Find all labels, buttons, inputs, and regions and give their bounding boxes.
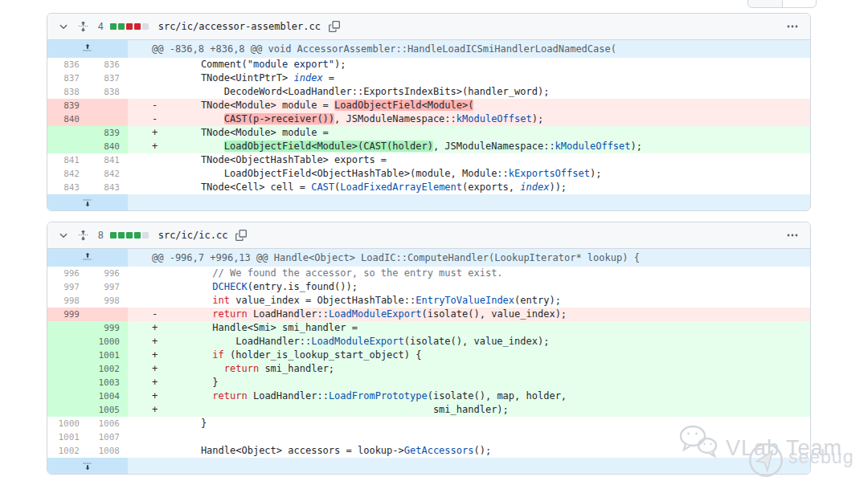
old-line-number[interactable]: 842 (47, 167, 88, 181)
view-toggle-partial[interactable] (747, 0, 817, 8)
new-line-number[interactable]: 838 (88, 85, 128, 99)
new-line-number[interactable] (88, 99, 128, 112)
code-token: (holder_is_lookup_start_object) { (224, 349, 422, 361)
code-text: return LoadHandler::LoadFromPrototype(is… (178, 390, 567, 402)
line-marker: + (128, 126, 178, 140)
diff-line-add: 1001+ if (holder_is_lookup_start_object)… (47, 349, 810, 362)
code-line: + } (128, 376, 810, 389)
new-line-number[interactable]: 841 (88, 153, 128, 167)
new-line-number[interactable]: 842 (88, 167, 128, 181)
old-line-number[interactable]: 841 (47, 153, 88, 167)
new-line-number[interactable] (88, 308, 128, 321)
old-line-number[interactable]: 836 (47, 58, 88, 71)
new-line-number[interactable]: 998 (88, 294, 128, 308)
old-line-number[interactable]: 843 (47, 181, 88, 194)
new-line-number[interactable]: 1006 (88, 417, 128, 430)
code-token: (isolate(), value_index); (404, 336, 550, 347)
old-line-number[interactable] (47, 362, 88, 376)
expand-all-hunks-button[interactable] (76, 228, 90, 243)
collapse-file-button[interactable] (57, 20, 70, 33)
code-token: LoadHandler:: (248, 308, 329, 320)
copy-path-button[interactable] (234, 228, 248, 243)
chevron-down-icon (59, 230, 68, 240)
diff-line-ctx: 997997 DCHECK(entry.is_found()); (47, 280, 810, 294)
line-marker (128, 85, 178, 99)
file-options-button[interactable] (784, 227, 800, 243)
new-line-number[interactable]: 840 (88, 140, 128, 153)
diffstat-square-add (110, 232, 117, 238)
new-line-number[interactable]: 837 (88, 71, 128, 85)
new-line-number[interactable]: 1003 (88, 376, 128, 389)
diffstat-square-add (126, 232, 133, 238)
old-line-number[interactable] (47, 126, 88, 140)
old-line-number[interactable] (47, 403, 88, 417)
old-line-number[interactable] (47, 140, 88, 153)
old-line-number[interactable]: 998 (47, 294, 88, 308)
new-line-number[interactable] (88, 112, 128, 126)
line-marker: - (128, 112, 178, 126)
old-line-number[interactable] (47, 321, 88, 335)
new-line-number[interactable]: 997 (88, 280, 128, 294)
copy-path-button[interactable] (327, 19, 342, 34)
old-line-number[interactable]: 837 (47, 71, 88, 85)
old-line-number[interactable]: 1000 (47, 417, 88, 430)
code-token (178, 281, 212, 292)
code-token: TNode<Module> module = (178, 127, 329, 138)
view-toggle-segment-left[interactable] (748, 0, 782, 7)
old-line-number[interactable]: 1001 (47, 430, 88, 444)
new-line-number[interactable]: 1005 (88, 403, 128, 417)
code-line: + LoadHandler::LoadModuleExport(isolate(… (128, 335, 810, 349)
new-line-number[interactable]: 1004 (88, 389, 128, 403)
collapse-file-button[interactable] (57, 229, 70, 242)
new-line-number[interactable]: 996 (88, 267, 128, 280)
new-line-number[interactable]: 999 (88, 321, 128, 335)
expand-hunk-down-button[interactable] (47, 194, 128, 210)
old-line-number[interactable] (47, 349, 88, 362)
old-line-number[interactable] (47, 376, 88, 389)
old-line-number[interactable]: 1002 (47, 444, 88, 458)
new-line-number[interactable]: 1007 (88, 430, 128, 444)
code-token: kModuleOffset (555, 141, 631, 152)
expander-filler (128, 458, 810, 474)
old-line-number[interactable] (47, 389, 88, 403)
old-line-number[interactable]: 996 (47, 267, 88, 280)
new-line-number[interactable]: 1000 (88, 335, 128, 349)
diff-line-del: 840- CAST(p->receiver()), JSModuleNamesp… (47, 112, 810, 126)
new-line-number[interactable]: 836 (88, 58, 128, 71)
code-token: Handle<Smi> smi_handler = (178, 322, 358, 333)
old-line-number[interactable]: 839 (47, 99, 88, 112)
line-marker: + (128, 389, 178, 403)
old-line-number[interactable]: 997 (47, 280, 88, 294)
code-text: LoadObjectField<ObjectHashTable>(module,… (178, 168, 601, 179)
diff-line-del: 999- return LoadHandler::LoadModuleExpor… (47, 308, 810, 321)
code-token: = (323, 72, 334, 84)
expand-hunk-up-button[interactable] (47, 249, 128, 267)
expand-all-hunks-button[interactable] (76, 19, 90, 34)
file-path-link[interactable]: src/ic/accessor-assembler.cc (158, 21, 321, 32)
expand-hunk-down-button[interactable] (47, 458, 128, 474)
file-options-button[interactable] (784, 18, 800, 35)
code-token: LoadModuleExport (329, 308, 422, 320)
old-line-number[interactable]: 999 (47, 308, 88, 321)
diffstat-square-add (110, 23, 117, 30)
new-line-number[interactable]: 1008 (88, 444, 128, 458)
code-token: TNode<UintPtrT> (178, 72, 294, 84)
file-header: 4 src/ic/accessor-assembler.cc (47, 14, 810, 40)
code-token: LoadHandler:: (248, 390, 329, 402)
old-line-number[interactable] (47, 335, 88, 349)
old-line-number[interactable]: 838 (47, 85, 88, 99)
new-line-number[interactable]: 1001 (88, 349, 128, 362)
code-token: (isolate(), map, holder, (428, 390, 567, 402)
new-line-number[interactable]: 843 (88, 181, 128, 194)
diffstat-count: 8 (98, 230, 104, 241)
file-path-link[interactable]: src/ic/ic.cc (158, 230, 228, 241)
old-line-number[interactable]: 840 (47, 112, 88, 126)
view-toggle-segment-right[interactable] (782, 0, 817, 7)
code-line: + return LoadHandler::LoadFromPrototype(… (128, 389, 810, 403)
diffstat-square-none (142, 23, 149, 30)
new-line-number[interactable]: 1002 (88, 362, 128, 376)
expand-hunk-up-button[interactable] (47, 40, 128, 58)
new-line-number[interactable]: 839 (88, 126, 128, 140)
diffstat-square-add (118, 232, 125, 238)
diffstat-square-add (134, 232, 141, 238)
